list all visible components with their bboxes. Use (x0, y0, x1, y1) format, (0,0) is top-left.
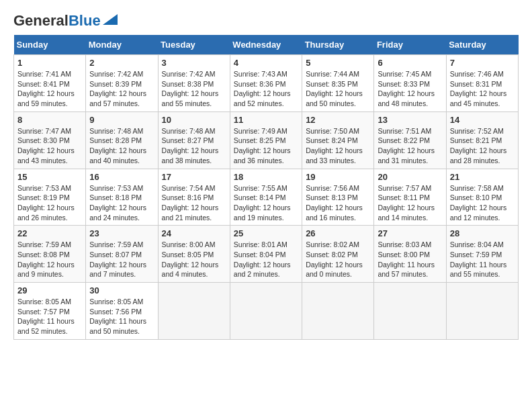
day-number: 1 (17, 58, 82, 68)
logo: GeneralBlue (13, 13, 118, 28)
day-number: 19 (306, 172, 370, 182)
day-number: 30 (89, 285, 154, 295)
cell-info: Sunrise: 7:42 AMSunset: 8:38 PMDaylight:… (162, 70, 219, 107)
day-number: 9 (89, 115, 154, 125)
day-number: 21 (450, 172, 515, 182)
weekday-header: Tuesday (158, 35, 230, 55)
calendar-cell: 26 Sunrise: 8:02 AMSunset: 8:02 PMDaylig… (302, 226, 374, 283)
cell-info: Sunrise: 7:53 AMSunset: 8:18 PMDaylight:… (89, 184, 146, 222)
calendar-cell: 15 Sunrise: 7:53 AMSunset: 8:19 PMDaylig… (14, 169, 86, 226)
cell-info: Sunrise: 7:52 AMSunset: 8:21 PMDaylight:… (450, 127, 507, 165)
calendar-week-row: 1 Sunrise: 7:41 AMSunset: 8:41 PMDayligh… (14, 55, 519, 112)
calendar-cell: 8 Sunrise: 7:47 AMSunset: 8:30 PMDayligh… (14, 111, 86, 169)
calendar-week-row: 29 Sunrise: 8:05 AMSunset: 7:57 PMDaylig… (14, 283, 519, 340)
day-number: 29 (17, 285, 82, 295)
day-number: 3 (162, 58, 226, 68)
calendar-cell: 21 Sunrise: 7:58 AMSunset: 8:10 PMDaylig… (446, 169, 518, 226)
calendar-cell: 12 Sunrise: 7:50 AMSunset: 8:24 PMDaylig… (302, 111, 374, 169)
cell-info: Sunrise: 7:56 AMSunset: 8:13 PMDaylight:… (306, 184, 363, 222)
calendar-cell: 4 Sunrise: 7:43 AMSunset: 8:36 PMDayligh… (230, 55, 302, 112)
cell-info: Sunrise: 7:46 AMSunset: 8:31 PMDaylight:… (450, 70, 507, 107)
calendar-cell (158, 283, 230, 340)
svg-marker-0 (103, 14, 118, 25)
day-number: 28 (450, 228, 515, 238)
calendar-cell: 24 Sunrise: 8:00 AMSunset: 8:05 PMDaylig… (158, 226, 230, 283)
cell-info: Sunrise: 7:59 AMSunset: 8:07 PMDaylight:… (89, 240, 146, 278)
calendar-cell: 9 Sunrise: 7:48 AMSunset: 8:28 PMDayligh… (86, 111, 158, 169)
day-number: 27 (378, 228, 442, 238)
day-number: 5 (306, 58, 370, 68)
logo-icon (103, 14, 118, 25)
day-number: 11 (234, 115, 298, 125)
cell-info: Sunrise: 7:42 AMSunset: 8:39 PMDaylight:… (89, 70, 146, 107)
cell-info: Sunrise: 7:50 AMSunset: 8:24 PMDaylight:… (306, 127, 363, 165)
calendar-cell: 13 Sunrise: 7:51 AMSunset: 8:22 PMDaylig… (374, 111, 446, 169)
calendar-cell: 6 Sunrise: 7:45 AMSunset: 8:33 PMDayligh… (374, 55, 446, 112)
calendar-cell: 30 Sunrise: 8:05 AMSunset: 7:56 PMDaylig… (86, 283, 158, 340)
calendar-cell: 19 Sunrise: 7:56 AMSunset: 8:13 PMDaylig… (302, 169, 374, 226)
logo-general: General (13, 12, 69, 29)
day-number: 8 (17, 115, 82, 125)
cell-info: Sunrise: 7:48 AMSunset: 8:28 PMDaylight:… (89, 127, 146, 165)
day-number: 2 (89, 58, 154, 68)
calendar-cell: 29 Sunrise: 8:05 AMSunset: 7:57 PMDaylig… (14, 283, 86, 340)
cell-info: Sunrise: 7:59 AMSunset: 8:08 PMDaylight:… (17, 240, 75, 278)
day-number: 24 (162, 228, 226, 238)
cell-info: Sunrise: 7:49 AMSunset: 8:25 PMDaylight:… (234, 127, 291, 165)
cell-info: Sunrise: 8:03 AMSunset: 8:00 PMDaylight:… (378, 240, 435, 278)
calendar-week-row: 15 Sunrise: 7:53 AMSunset: 8:19 PMDaylig… (14, 169, 519, 226)
calendar-cell: 3 Sunrise: 7:42 AMSunset: 8:38 PMDayligh… (158, 55, 230, 112)
cell-info: Sunrise: 8:01 AMSunset: 8:04 PMDaylight:… (234, 240, 291, 278)
day-number: 14 (450, 115, 515, 125)
weekday-header: Friday (374, 35, 446, 55)
cell-info: Sunrise: 7:58 AMSunset: 8:10 PMDaylight:… (450, 184, 507, 222)
day-number: 23 (89, 228, 154, 238)
day-number: 22 (17, 228, 82, 238)
day-number: 18 (234, 172, 298, 182)
cell-info: Sunrise: 7:43 AMSunset: 8:36 PMDaylight:… (234, 70, 291, 107)
calendar-cell: 10 Sunrise: 7:48 AMSunset: 8:27 PMDaylig… (158, 111, 230, 169)
cell-info: Sunrise: 8:05 AMSunset: 7:57 PMDaylight:… (17, 298, 75, 335)
cell-info: Sunrise: 8:05 AMSunset: 7:56 PMDaylight:… (89, 298, 146, 335)
day-number: 16 (89, 172, 154, 182)
day-number: 20 (378, 172, 442, 182)
calendar-cell (374, 283, 446, 340)
cell-info: Sunrise: 7:55 AMSunset: 8:14 PMDaylight:… (234, 184, 291, 222)
page-header: GeneralBlue (13, 13, 519, 28)
calendar-cell: 2 Sunrise: 7:42 AMSunset: 8:39 PMDayligh… (86, 55, 158, 112)
cell-info: Sunrise: 7:45 AMSunset: 8:33 PMDaylight:… (378, 70, 435, 107)
day-number: 12 (306, 115, 370, 125)
calendar-cell: 17 Sunrise: 7:54 AMSunset: 8:16 PMDaylig… (158, 169, 230, 226)
calendar-cell: 1 Sunrise: 7:41 AMSunset: 8:41 PMDayligh… (14, 55, 86, 112)
day-number: 10 (162, 115, 226, 125)
calendar-cell (446, 283, 518, 340)
cell-info: Sunrise: 7:41 AMSunset: 8:41 PMDaylight:… (17, 70, 75, 107)
calendar-cell: 20 Sunrise: 7:57 AMSunset: 8:11 PMDaylig… (374, 169, 446, 226)
logo-text: GeneralBlue (13, 13, 101, 28)
day-number: 25 (234, 228, 298, 238)
calendar-week-row: 8 Sunrise: 7:47 AMSunset: 8:30 PMDayligh… (14, 111, 519, 169)
weekday-header: Saturday (446, 35, 518, 55)
cell-info: Sunrise: 7:51 AMSunset: 8:22 PMDaylight:… (378, 127, 435, 165)
weekday-header-row: SundayMondayTuesdayWednesdayThursdayFrid… (14, 35, 519, 55)
calendar-cell: 18 Sunrise: 7:55 AMSunset: 8:14 PMDaylig… (230, 169, 302, 226)
calendar-week-row: 22 Sunrise: 7:59 AMSunset: 8:08 PMDaylig… (14, 226, 519, 283)
day-number: 6 (378, 58, 442, 68)
cell-info: Sunrise: 7:47 AMSunset: 8:30 PMDaylight:… (17, 127, 75, 165)
day-number: 13 (378, 115, 442, 125)
calendar-cell: 22 Sunrise: 7:59 AMSunset: 8:08 PMDaylig… (14, 226, 86, 283)
calendar-cell (302, 283, 374, 340)
cell-info: Sunrise: 7:53 AMSunset: 8:19 PMDaylight:… (17, 184, 75, 222)
weekday-header: Wednesday (230, 35, 302, 55)
calendar-cell: 16 Sunrise: 7:53 AMSunset: 8:18 PMDaylig… (86, 169, 158, 226)
calendar-cell: 14 Sunrise: 7:52 AMSunset: 8:21 PMDaylig… (446, 111, 518, 169)
calendar-cell: 7 Sunrise: 7:46 AMSunset: 8:31 PMDayligh… (446, 55, 518, 112)
weekday-header: Sunday (14, 35, 86, 55)
calendar-cell: 25 Sunrise: 8:01 AMSunset: 8:04 PMDaylig… (230, 226, 302, 283)
calendar-cell: 11 Sunrise: 7:49 AMSunset: 8:25 PMDaylig… (230, 111, 302, 169)
day-number: 17 (162, 172, 226, 182)
cell-info: Sunrise: 7:44 AMSunset: 8:35 PMDaylight:… (306, 70, 363, 107)
weekday-header: Monday (86, 35, 158, 55)
weekday-header: Thursday (302, 35, 374, 55)
calendar-cell: 27 Sunrise: 8:03 AMSunset: 8:00 PMDaylig… (374, 226, 446, 283)
